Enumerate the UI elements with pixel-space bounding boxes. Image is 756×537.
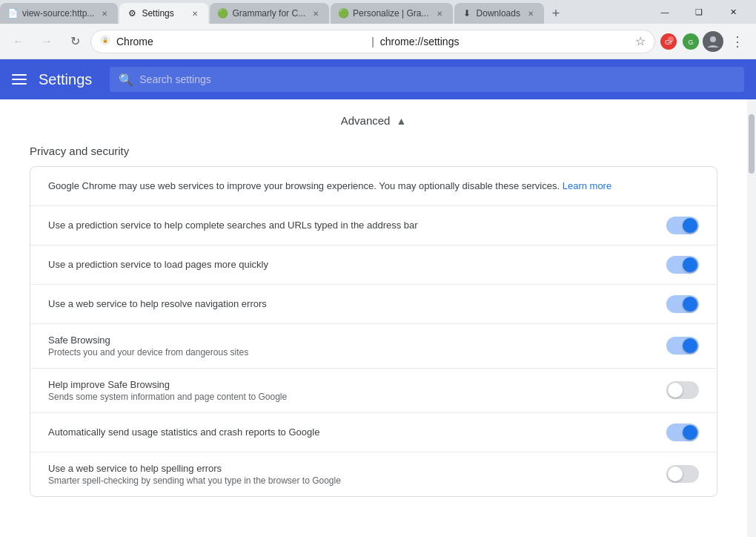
- setting-row-spelling-errors: Use a web service to help spelling error…: [30, 452, 717, 496]
- setting-row-safe-browsing: Safe BrowsingProtects you and your devic…: [30, 324, 717, 369]
- settings-rows: Use a prediction service to help complet…: [30, 206, 717, 496]
- navigation-bar: ← → ↻ 🔒 Chrome | chrome://settings ☆ Gr …: [0, 24, 756, 59]
- tab-label: view-source:http...: [22, 8, 94, 19]
- tab-bar: 📄 view-source:http... ✕ ⚙ Settings ✕ 🟢 G…: [0, 0, 648, 24]
- setting-text: Use a prediction service to help complet…: [48, 220, 666, 231]
- advanced-label: Advanced: [341, 114, 391, 127]
- titlebar: 📄 view-source:http... ✕ ⚙ Settings ✕ 🟢 G…: [0, 0, 756, 24]
- back-button[interactable]: ←: [6, 29, 31, 54]
- restore-button[interactable]: ❑: [682, 0, 716, 24]
- info-row: Google Chrome may use web services to im…: [30, 167, 717, 206]
- setting-row-usage-statistics: Automatically send usage statistics and …: [30, 413, 717, 452]
- tab-favicon: 🟢: [338, 8, 348, 19]
- setting-row-navigation-errors: Use a web service to help resolve naviga…: [30, 285, 717, 324]
- new-tab-button[interactable]: +: [546, 3, 566, 24]
- address-bar[interactable]: 🔒 Chrome | chrome://settings ☆: [90, 30, 655, 53]
- search-icon: 🔍: [119, 73, 133, 87]
- setting-row-prediction-load: Use a prediction service to load pages m…: [30, 246, 717, 285]
- advanced-arrow-icon: ▲: [396, 115, 406, 127]
- setting-label: Use a prediction service to help complet…: [48, 220, 666, 231]
- learn-more-link[interactable]: Learn more: [563, 180, 611, 191]
- window-controls: — ❑ ✕: [648, 0, 756, 24]
- extension-1-icon[interactable]: Gr: [658, 31, 679, 52]
- toggle-safe-browsing[interactable]: [666, 337, 699, 355]
- setting-sublabel: Protects you and your device from danger…: [48, 347, 666, 358]
- toggle-improve-safe-browsing[interactable]: [666, 381, 699, 399]
- info-text: Google Chrome may use web services to im…: [48, 180, 560, 191]
- setting-row-prediction-search: Use a prediction service to help complet…: [30, 206, 717, 246]
- tab-favicon: 🟢: [217, 8, 228, 19]
- content-area: Advanced ▲ Privacy and security Google C…: [0, 99, 747, 537]
- setting-label: Automatically send usage statistics and …: [48, 426, 666, 438]
- tab-favicon: ⚙: [127, 8, 137, 19]
- toggle-usage-statistics[interactable]: [666, 424, 699, 441]
- setting-label: Safe Browsing: [48, 335, 666, 346]
- nav-action-buttons: Gr G ⋮: [658, 29, 750, 54]
- setting-row-improve-safe-browsing: Help improve Safe BrowsingSends some sys…: [30, 369, 717, 413]
- tab-label: Settings: [142, 8, 185, 19]
- setting-label: Use a web service to help spelling error…: [48, 463, 666, 474]
- search-box[interactable]: 🔍: [110, 67, 744, 92]
- toggle-navigation-errors[interactable]: [666, 295, 699, 313]
- svg-text:🔒: 🔒: [102, 37, 108, 43]
- address-url: chrome://settings: [380, 36, 629, 47]
- profile-icon[interactable]: [703, 31, 723, 52]
- setting-label: Use a web service to help resolve naviga…: [48, 298, 666, 309]
- extension-2-icon[interactable]: G: [680, 31, 701, 52]
- tab-favicon: ⬇: [462, 8, 472, 19]
- setting-sublabel: Sends some system information and page c…: [48, 392, 666, 402]
- lock-icon: 🔒: [100, 35, 110, 47]
- address-separator: |: [371, 36, 374, 47]
- forward-button[interactable]: →: [34, 29, 59, 54]
- address-brand: Chrome: [116, 36, 365, 47]
- setting-sublabel: Smarter spell-checking by sending what y…: [48, 475, 666, 486]
- bookmark-star-icon[interactable]: ☆: [635, 34, 646, 48]
- minimize-button[interactable]: —: [648, 0, 682, 24]
- setting-text: Use a prediction service to load pages m…: [48, 259, 666, 270]
- close-button[interactable]: ✕: [716, 0, 750, 24]
- tab-tab-grammarly[interactable]: 🟢 Grammarly for C... ✕: [210, 3, 329, 24]
- setting-label: Use a prediction service to load pages m…: [48, 259, 666, 270]
- scrollbar-track: [747, 99, 756, 537]
- tab-close-button[interactable]: ✕: [434, 7, 445, 19]
- tab-label: Downloads: [477, 8, 520, 19]
- svg-text:G: G: [688, 39, 693, 46]
- setting-label: Help improve Safe Browsing: [48, 379, 666, 390]
- section-title: Privacy and security: [0, 139, 747, 166]
- tab-label: Personalize | Gra...: [353, 8, 429, 19]
- settings-header: Settings 🔍: [0, 59, 756, 99]
- settings-page-title: Settings: [39, 71, 92, 88]
- setting-text: Automatically send usage statistics and …: [48, 426, 666, 438]
- tab-tab-settings[interactable]: ⚙ Settings ✕: [119, 3, 208, 24]
- settings-card: Google Chrome may use web services to im…: [30, 166, 717, 497]
- search-input[interactable]: [139, 73, 735, 85]
- tab-close-button[interactable]: ✕: [310, 7, 322, 19]
- main-content: Advanced ▲ Privacy and security Google C…: [0, 99, 756, 537]
- advanced-section-toggle[interactable]: Advanced ▲: [0, 99, 747, 139]
- tab-tab-downloads[interactable]: ⬇ Downloads ✕: [454, 3, 544, 24]
- tab-tab-personalize[interactable]: 🟢 Personalize | Gra... ✕: [331, 3, 453, 24]
- toggle-prediction-load[interactable]: [666, 256, 699, 274]
- tab-favicon: 📄: [7, 8, 18, 19]
- hamburger-menu-button[interactable]: [12, 74, 27, 85]
- svg-point-8: [710, 36, 716, 42]
- toggle-prediction-search[interactable]: [666, 217, 699, 234]
- setting-text: Help improve Safe BrowsingSends some sys…: [48, 379, 666, 402]
- setting-text: Safe BrowsingProtects you and your devic…: [48, 335, 666, 358]
- setting-text: Use a web service to help spelling error…: [48, 463, 666, 486]
- menu-button[interactable]: ⋮: [725, 29, 750, 54]
- tab-close-button[interactable]: ✕: [189, 7, 201, 19]
- tab-close-button[interactable]: ✕: [525, 7, 537, 19]
- setting-text: Use a web service to help resolve naviga…: [48, 298, 666, 309]
- reload-button[interactable]: ↻: [62, 29, 87, 54]
- tab-close-button[interactable]: ✕: [99, 7, 110, 19]
- toggle-spelling-errors[interactable]: [666, 465, 699, 483]
- tab-tab-view-source[interactable]: 📄 view-source:http... ✕: [0, 3, 118, 24]
- scrollbar-thumb[interactable]: [749, 114, 755, 174]
- svg-text:Gr: Gr: [665, 39, 672, 46]
- tab-label: Grammarly for C...: [232, 8, 305, 19]
